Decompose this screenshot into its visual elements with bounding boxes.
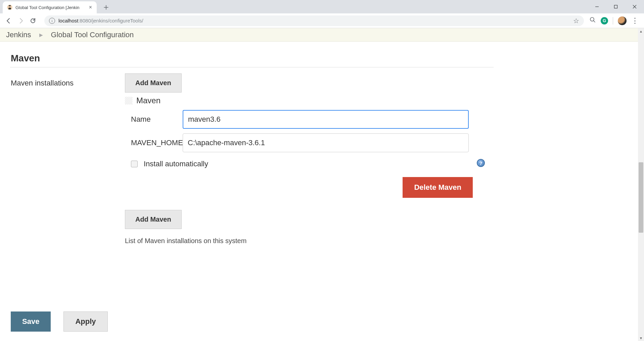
install-auto-checkbox[interactable] xyxy=(131,161,138,167)
viewport: Jenkins ▶ Global Tool Configuration Mave… xyxy=(0,28,644,341)
jenkins-favicon xyxy=(7,4,13,10)
minimize-icon[interactable] xyxy=(588,0,606,13)
bookmark-icon[interactable]: ☆ xyxy=(573,17,579,25)
nav-bar: i localhost:8080/jenkins/configureTools/… xyxy=(0,13,644,28)
add-maven-button[interactable]: Add Maven xyxy=(125,73,182,93)
profile-avatar[interactable] xyxy=(618,16,627,25)
svg-rect-4 xyxy=(614,5,617,8)
apply-button[interactable]: Apply xyxy=(63,311,107,332)
drag-handle-icon[interactable] xyxy=(125,97,132,104)
tool-title: Maven xyxy=(136,96,160,105)
svg-rect-3 xyxy=(9,5,11,6)
maven-tool-block: Maven Name MAVEN_HOME xyxy=(125,96,626,198)
row-body: Add Maven Maven Name xyxy=(125,73,626,245)
site-info-icon[interactable]: i xyxy=(49,18,55,24)
menu-icon[interactable]: ⋮ xyxy=(631,16,639,25)
page-area: Jenkins ▶ Global Tool Configuration Mave… xyxy=(0,28,638,341)
svg-rect-2 xyxy=(8,8,11,9)
divider xyxy=(613,17,613,24)
close-icon[interactable]: × xyxy=(88,4,93,10)
window-controls xyxy=(588,0,644,13)
tab-title: Global Tool Configuration [Jenkin xyxy=(15,5,88,10)
close-window-icon[interactable] xyxy=(625,0,644,13)
tool-header: Maven xyxy=(125,96,626,105)
content: Maven Maven installations Add Maven Mave… xyxy=(0,42,638,245)
name-label: Name xyxy=(125,115,183,124)
maven-home-input[interactable] xyxy=(183,133,469,152)
add-maven-button-bottom[interactable]: Add Maven xyxy=(125,210,182,229)
row-label: Maven installations xyxy=(11,73,125,88)
breadcrumb: Jenkins ▶ Global Tool Configuration xyxy=(0,28,638,42)
install-auto-row: Install automatically ? xyxy=(131,160,479,168)
scroll-down-icon[interactable]: ▼ xyxy=(638,335,644,341)
url-bar[interactable]: i localhost:8080/jenkins/configureTools/… xyxy=(44,15,584,26)
url-text: localhost:8080/jenkins/configureTools/ xyxy=(58,18,143,23)
home-field-row: MAVEN_HOME xyxy=(125,133,626,152)
install-auto-label: Install automatically xyxy=(144,160,208,168)
maven-installations-row: Maven installations Add Maven Maven Name xyxy=(11,73,626,245)
section-title-maven: Maven xyxy=(11,53,626,64)
add-maven-bottom: Add Maven xyxy=(125,210,626,229)
maximize-icon[interactable] xyxy=(606,0,625,13)
chevron-right-icon: ▶ xyxy=(39,32,43,38)
delete-maven-button[interactable]: Delete Maven xyxy=(403,177,473,198)
installations-caption: List of Maven installations on this syst… xyxy=(125,237,626,245)
action-bar: Save Apply xyxy=(11,311,108,332)
breadcrumb-current[interactable]: Global Tool Configuration xyxy=(51,31,134,39)
home-label: MAVEN_HOME xyxy=(125,138,183,147)
delete-row: Delete Maven xyxy=(125,177,473,198)
section-rule xyxy=(10,67,494,67)
toolbar-right: G ⋮ xyxy=(587,16,641,25)
browser-tab[interactable]: Global Tool Configuration [Jenkin × xyxy=(3,1,97,13)
svg-point-5 xyxy=(590,17,594,21)
scroll-thumb[interactable] xyxy=(639,162,643,233)
name-field-row: Name xyxy=(125,110,626,129)
tab-bar: Global Tool Configuration [Jenkin × xyxy=(0,0,644,13)
save-button[interactable]: Save xyxy=(11,311,51,332)
name-input[interactable] xyxy=(183,110,469,129)
new-tab-button[interactable] xyxy=(101,3,111,12)
scrollbar[interactable]: ▲ ▼ xyxy=(638,28,644,341)
zoom-icon[interactable] xyxy=(589,16,596,25)
reload-icon[interactable] xyxy=(27,15,39,27)
forward-icon xyxy=(15,15,27,27)
grammarly-icon[interactable]: G xyxy=(601,17,608,24)
breadcrumb-root[interactable]: Jenkins xyxy=(6,31,31,39)
browser-chrome: Global Tool Configuration [Jenkin × i lo… xyxy=(0,0,644,341)
back-icon[interactable] xyxy=(3,15,15,27)
help-icon[interactable]: ? xyxy=(477,159,485,167)
scroll-up-icon[interactable]: ▲ xyxy=(638,28,644,34)
